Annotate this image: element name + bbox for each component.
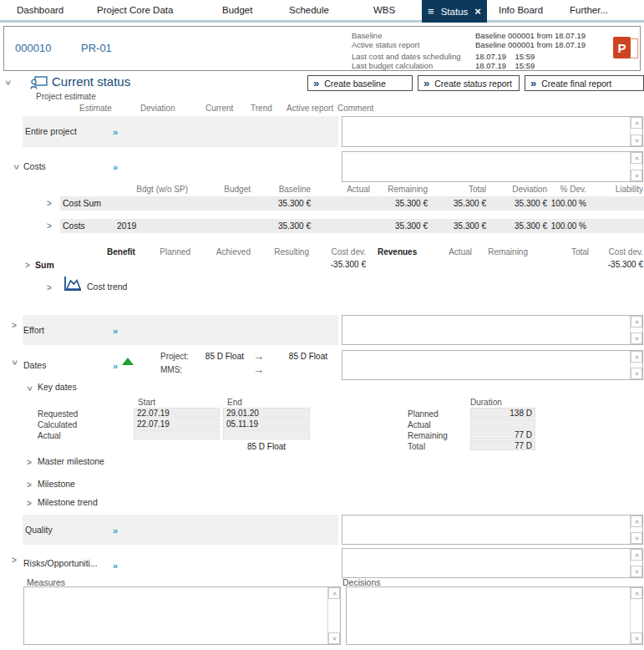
tab-schedule[interactable]: Schedule [289, 0, 329, 20]
jump-entire-project-icon[interactable]: » [113, 128, 118, 137]
scroll-down-icon[interactable]: > [631, 170, 642, 181]
costs-2019-total: 35.300 € [454, 219, 486, 233]
collapse-current-status-icon[interactable]: > [3, 80, 12, 85]
tab-status[interactable]: ≡ Status × [422, 0, 487, 23]
scroll-up-icon[interactable]: > [328, 587, 340, 599]
cost-trend-label[interactable]: Cost trend [87, 282, 127, 292]
expand-milestone-icon[interactable]: > [27, 481, 32, 490]
requested-start-field[interactable]: 22.07.19 [134, 408, 220, 418]
scroll-up-icon[interactable]: > [631, 316, 642, 328]
scrollbar[interactable]: > > [327, 587, 340, 644]
create-baseline-label: Create baseline [324, 79, 386, 89]
tab-budget[interactable]: Budget [222, 0, 252, 20]
tab-dashboard[interactable]: Dashboard [17, 0, 63, 20]
scroll-down-icon[interactable]: > [631, 566, 642, 577]
calculated-end-field[interactable]: 05.11.19 [223, 419, 310, 429]
status-person-icon [30, 76, 48, 93]
close-tab-icon[interactable]: × [474, 6, 481, 17]
actual-duration-field[interactable] [470, 419, 535, 429]
scroll-down-icon[interactable]: > [631, 135, 642, 146]
collapse-dates-icon[interactable]: > [10, 360, 18, 365]
hamburger-icon[interactable]: ≡ [428, 6, 434, 17]
entire-project-comment-box[interactable]: > > [342, 116, 643, 147]
page-title: Current status [52, 74, 130, 89]
costs-2019-remaining: 35.300 € [395, 219, 428, 233]
scroll-up-icon[interactable]: > [631, 549, 642, 561]
key-dates-label: Key dates [38, 382, 77, 392]
master-milestone-label[interactable]: Master milestone [38, 456, 104, 466]
jump-dates-icon[interactable]: » [113, 362, 118, 371]
cost-col-budget: Budget [224, 185, 251, 194]
active-status-report-value: Baseline 000001 from 18.07.19 [475, 40, 586, 49]
scroll-down-icon[interactable]: > [631, 333, 642, 344]
remaining-duration-field[interactable]: 77 D [470, 429, 535, 439]
scrollbar[interactable]: > > [630, 316, 642, 344]
total-label: Total [408, 442, 425, 451]
costs-2019-row[interactable]: Costs 2019 35.300 € 35.300 € 35.300 € 35… [60, 219, 644, 233]
powerpoint-icon[interactable]: P [613, 36, 638, 61]
quality-comment-box[interactable]: > > [342, 515, 643, 545]
dates-comment-box[interactable]: > > [342, 350, 643, 380]
project-estimate-label: Project estimate [36, 92, 96, 101]
last-budget-calc-value: 18.07.19 15:59 [475, 61, 535, 70]
expand-effort-icon[interactable]: > [12, 322, 17, 330]
scroll-down-icon[interactable]: > [631, 368, 642, 379]
tab-further[interactable]: Further... [570, 0, 608, 20]
actual-start-field[interactable] [134, 429, 220, 439]
benefit-col-planned: Planned [160, 247, 190, 256]
expand-milestone-trend-icon[interactable]: > [27, 500, 32, 508]
jump-costs-icon[interactable]: » [113, 163, 118, 172]
scrollbar[interactable]: > > [630, 549, 642, 577]
cost-sum-row[interactable]: Cost Sum 35.300 € 35.300 € 35.300 € 35.3… [60, 196, 644, 211]
collapse-costs-icon[interactable]: > [12, 165, 20, 170]
benefit-col-cost-dev: Cost dev. [332, 247, 367, 256]
baseline-label: Baseline [352, 31, 382, 40]
scroll-up-icon[interactable]: > [631, 587, 642, 599]
decisions-text-box[interactable]: > > [346, 587, 643, 645]
measures-text-box[interactable]: > > [23, 587, 341, 645]
scroll-up-icon[interactable]: > [631, 515, 642, 527]
create-baseline-button[interactable]: » Create baseline [307, 75, 413, 91]
cost-trend-chart-icon [63, 277, 82, 295]
jump-risks-icon[interactable]: » [113, 561, 118, 571]
double-chevron-icon: » [313, 78, 319, 89]
expand-cost-trend-icon[interactable]: > [47, 284, 52, 292]
expand-sum-icon[interactable]: > [25, 262, 30, 270]
arrow-right-icon: → [253, 351, 264, 362]
milestone-label[interactable]: Milestone [38, 479, 75, 489]
scroll-down-icon[interactable]: > [631, 532, 642, 544]
scroll-up-icon[interactable]: > [631, 351, 642, 363]
create-status-report-button[interactable]: » Create status report [418, 75, 520, 91]
collapse-key-dates-icon[interactable]: > [25, 386, 33, 391]
actual-end-field[interactable] [223, 429, 310, 439]
scrollbar[interactable]: > > [630, 587, 642, 644]
scrollbar[interactable]: > > [630, 152, 642, 181]
expand-cost-sum-icon[interactable]: > [47, 200, 52, 208]
create-final-report-button[interactable]: » Create final report [525, 75, 644, 91]
scroll-up-icon[interactable]: > [631, 117, 642, 129]
scrollbar[interactable]: > > [630, 117, 642, 146]
jump-quality-icon[interactable]: » [113, 526, 118, 536]
scrollbar[interactable]: > > [630, 515, 642, 544]
planned-duration-field[interactable]: 138 D [470, 408, 535, 418]
risks-comment-box[interactable]: > > [342, 548, 643, 578]
scroll-down-icon[interactable]: > [631, 632, 642, 644]
effort-comment-box[interactable]: > > [342, 315, 643, 345]
total-duration-field[interactable]: 77 D [470, 440, 535, 450]
expand-costs-2019-icon[interactable]: > [47, 222, 52, 231]
calculated-start-field[interactable]: 22.07.19 [134, 419, 220, 429]
scrollbar[interactable]: > > [630, 351, 642, 379]
benefit-col-achieved: Achieved [216, 247, 251, 256]
costs-comment-box[interactable]: > > [342, 151, 643, 182]
milestone-trend-label[interactable]: Milestone trend [38, 497, 98, 507]
create-status-report-label: Create status report [434, 79, 512, 89]
tab-info-board[interactable]: Info Board [499, 0, 543, 20]
tab-project-core-data[interactable]: Project Core Data [97, 0, 173, 20]
scroll-up-icon[interactable]: > [631, 152, 642, 164]
tab-wbs[interactable]: WBS [373, 0, 395, 20]
scroll-down-icon[interactable]: > [328, 632, 340, 644]
expand-master-milestone-icon[interactable]: > [27, 459, 32, 467]
jump-effort-icon[interactable]: » [113, 327, 118, 336]
expand-risks-icon[interactable]: > [12, 556, 17, 565]
requested-end-field[interactable]: 29.01.20 [223, 408, 310, 418]
